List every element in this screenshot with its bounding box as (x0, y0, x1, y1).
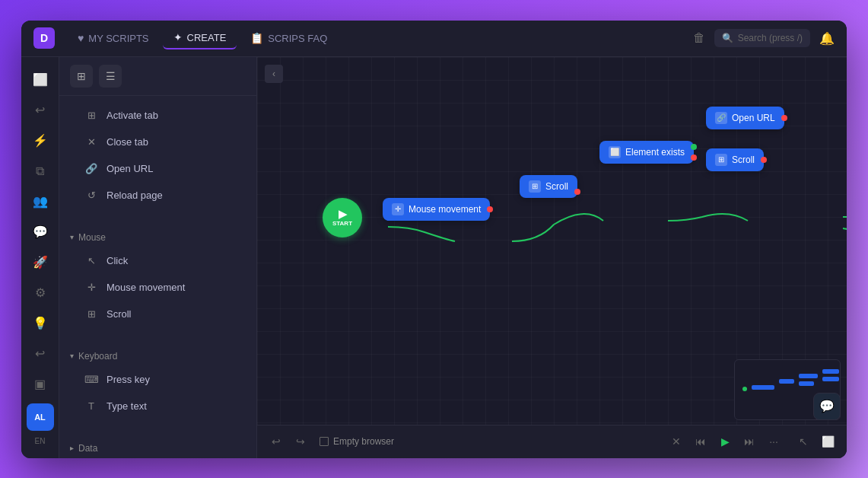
start-node[interactable]: ▶ START (323, 198, 362, 237)
collapse-panel-button[interactable]: ‹ (265, 65, 283, 83)
frame-tool-button[interactable]: ⬜ (818, 432, 838, 451)
chevron-down-icon-keyboard: ▾ (70, 352, 74, 360)
mouse-section: ▾ Mouse ↖ Click ✛ Mouse movement ⊞ Scrol… (59, 221, 256, 334)
keyboard-section: ▾ Keyboard ⌨ Press key T Type text (59, 340, 256, 426)
browser-label: Empty browser (320, 436, 663, 447)
data-section: ▸ Data (59, 432, 256, 458)
activate-tab-icon: ⊞ (84, 108, 99, 123)
search-icon: 🔍 (722, 33, 733, 43)
trash-icon[interactable]: 🗑 (693, 31, 705, 45)
press-key-icon: ⌨ (84, 372, 99, 387)
node-element-exists[interactable]: ⬜ Element exists (599, 141, 694, 164)
scroll-1-node-icon: ⊞ (529, 180, 541, 193)
node-open-url-label: Open URL (732, 113, 775, 123)
mini-node-6 (822, 377, 839, 381)
sidebar-icon-sidebar[interactable]: ▣ (27, 371, 54, 398)
nav-tabs: ♥ MY SCRIPTS ✦ CREATE 📋 SCRIPS FAQ (67, 27, 693, 49)
close-tab-icon: ✕ (84, 135, 99, 150)
more-options-button[interactable]: ··· (763, 431, 784, 452)
sidebar-icon-rocket[interactable]: 🚀 (27, 249, 54, 276)
panel-item-close-tab[interactable]: ✕ Close tab (65, 129, 250, 155)
chat-button[interactable]: 💬 (813, 393, 841, 420)
node-element-exists-label: Element exists (625, 147, 685, 158)
list-view-button[interactable]: ☰ (99, 65, 122, 88)
panel-item-open-url[interactable]: 🔗 Open URL (65, 156, 250, 182)
node-dot-right (487, 206, 493, 212)
search-bar[interactable]: 🔍 Search (press /) (714, 29, 810, 47)
keyboard-section-header[interactable]: ▾ Keyboard (59, 346, 256, 366)
sidebar-icon-lightning[interactable]: ⚡ (27, 127, 54, 155)
type-text-icon: T (84, 399, 99, 414)
mouse-movement-node-icon: ✛ (392, 203, 404, 215)
app-window: D ♥ MY SCRIPTS ✦ CREATE 📋 SCRIPS FAQ 🗑 🔍… (21, 21, 847, 458)
tab-my-scripts[interactable]: ♥ MY SCRIPTS (67, 27, 160, 49)
node-mouse-movement-label: Mouse movement (409, 204, 481, 215)
sidebar-icon-window[interactable]: ⬜ (27, 66, 54, 94)
browser-name: Empty browser (333, 436, 394, 447)
faq-icon: 📋 (250, 32, 263, 44)
panel-item-scroll[interactable]: ⊞ Scroll (65, 301, 250, 327)
play-controls: ⏮ ▶ ⏭ ··· (690, 431, 784, 452)
tab-scrips-faq[interactable]: 📋 SCRIPS FAQ (240, 27, 338, 49)
play-button[interactable]: ▶ (714, 431, 736, 452)
tab-create[interactable]: ✦ CREATE (163, 27, 237, 49)
node-open-url[interactable]: 🔗 Open URL (706, 107, 784, 129)
scroll-icon: ⊞ (84, 307, 99, 322)
node-mouse-movement[interactable]: ✛ Mouse movement (383, 198, 490, 221)
icon-sidebar: ⬜ ↩ ⚡ ⧉ 👥 💬 🚀 ⚙ 💡 ↩ ▣ AL EN (21, 57, 59, 458)
panel-item-click[interactable]: ↖ Click (65, 248, 250, 274)
node-scroll-2[interactable]: ⊞ Scroll (706, 148, 764, 171)
browser-section: ⊞ Activate tab ✕ Close tab 🔗 Open URL ↺ … (59, 96, 256, 215)
grid-view-button[interactable]: ⊞ (70, 65, 93, 88)
click-icon: ↖ (84, 253, 99, 269)
node-scroll-1[interactable]: ⊞ Scroll (520, 175, 577, 198)
panel-item-type-text[interactable]: T Type text (65, 394, 250, 419)
header: D ♥ MY SCRIPTS ✦ CREATE 📋 SCRIPS FAQ 🗑 🔍… (21, 21, 847, 57)
main-content: ⬜ ↩ ⚡ ⧉ 👥 💬 🚀 ⚙ 💡 ↩ ▣ AL EN ⊞ ☰ (21, 57, 847, 458)
element-exists-node-icon: ⬜ (609, 146, 621, 158)
mini-start-dot (742, 387, 747, 391)
chat-icon: 💬 (819, 399, 835, 413)
bottom-bar: ↩ ↪ Empty browser ✕ ⏮ ▶ ⏭ ··· ↖ ⬜ (257, 425, 847, 458)
language-badge[interactable]: EN (27, 434, 54, 449)
sidebar-icon-copy[interactable]: ⧉ (27, 158, 54, 185)
close-browser-button[interactable]: ✕ (672, 435, 681, 448)
scroll-2-node-icon: ⊞ (715, 154, 727, 166)
mini-node-4 (799, 381, 814, 386)
heart-icon: ♥ (78, 32, 84, 44)
app-logo[interactable]: D (33, 27, 55, 49)
node-scroll-1-label: Scroll (545, 181, 568, 192)
panel-toolbar: ⊞ ☰ (59, 57, 256, 96)
panel-item-reload-page[interactable]: ↺ Reload page (65, 183, 250, 209)
panel-item-activate-tab[interactable]: ⊞ Activate tab (65, 103, 250, 129)
undo-redo-controls: ↩ ↪ (266, 432, 310, 451)
sidebar-icon-gear[interactable]: ⚙ (27, 279, 54, 307)
node-scroll-1-dot (574, 189, 580, 195)
node-open-url-dot (781, 115, 787, 121)
sidebar-icon-back[interactable]: ↩ (27, 340, 54, 368)
bell-icon[interactable]: 🔔 (819, 31, 835, 46)
node-scroll-2-dot (761, 157, 767, 163)
start-play-icon: ▶ (339, 208, 347, 220)
canvas-tools: ↖ ⬜ (793, 432, 838, 451)
chevron-down-icon: ▾ (70, 233, 74, 241)
mini-node-5 (822, 369, 839, 374)
undo-button[interactable]: ↩ (266, 432, 286, 451)
data-section-header[interactable]: ▸ Data (59, 438, 256, 458)
redo-button[interactable]: ↪ (291, 432, 310, 451)
avatar[interactable]: AL (27, 403, 54, 431)
skip-forward-button[interactable]: ⏭ (739, 431, 760, 452)
panel-item-press-key[interactable]: ⌨ Press key (65, 367, 250, 393)
panel-item-mouse-movement[interactable]: ✛ Mouse movement (65, 275, 250, 301)
sidebar-icon-message[interactable]: 💬 (27, 218, 54, 246)
open-url-node-icon: 🔗 (715, 112, 727, 124)
cursor-tool-button[interactable]: ↖ (793, 432, 813, 451)
canvas-area[interactable]: ‹ ▶ START ✛ Mouse m (257, 57, 847, 458)
sidebar-icon-link[interactable]: ↩ (27, 97, 54, 124)
mouse-section-header[interactable]: ▾ Mouse (59, 228, 256, 247)
skip-back-button[interactable]: ⏮ (690, 431, 711, 452)
open-url-icon: 🔗 (84, 161, 99, 177)
sidebar-icon-users[interactable]: 👥 (27, 188, 54, 215)
sidebar-icon-idea[interactable]: 💡 (27, 310, 54, 337)
header-right: 🗑 🔍 Search (press /) 🔔 (693, 29, 835, 47)
